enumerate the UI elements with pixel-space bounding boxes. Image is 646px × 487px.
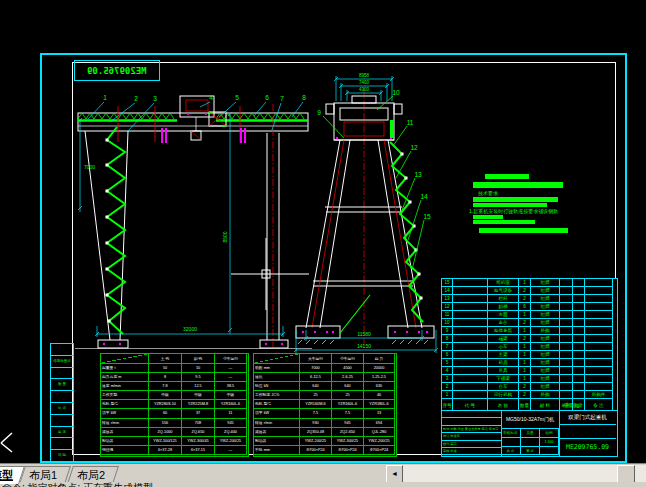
cell xyxy=(585,367,613,375)
mirrored-title-box: ME209765.09 xyxy=(74,60,160,81)
cell: 1:100 xyxy=(540,438,559,447)
cell: 制动器 xyxy=(254,437,300,446)
cell: 减速器 xyxy=(101,428,149,437)
cell: 6 xyxy=(519,303,531,311)
spec-b-row: 转速 r/min930945694 xyxy=(254,419,396,428)
titleblock-scale-row: 1:100 xyxy=(501,438,559,447)
cell: 组焊 xyxy=(531,295,560,303)
margin-row: 签 字 xyxy=(51,427,73,439)
cell: 630 xyxy=(364,382,395,391)
titleblock-scale-row: 阶段标记质量比例 xyxy=(501,429,559,438)
cell xyxy=(51,368,73,379)
cell xyxy=(560,343,573,351)
svg-text:10: 10 xyxy=(392,89,400,96)
cell: 6×37-28 xyxy=(149,446,182,455)
cell: ZQ2-650 xyxy=(332,428,364,437)
cell: 栏杆 xyxy=(488,295,519,303)
cell: 标 记 xyxy=(51,403,73,414)
cell: 支腿 xyxy=(488,311,519,319)
note-bar xyxy=(473,220,535,224)
cell: 组焊 xyxy=(531,319,560,327)
cell: 2 xyxy=(519,391,531,399)
cell: 第 张 xyxy=(521,447,540,456)
cell: 起升高度 m xyxy=(101,373,149,382)
product-name: 双梁门式起重机 xyxy=(559,411,616,425)
note-bar xyxy=(485,174,529,179)
spec-a-col: 副 钩 xyxy=(182,354,215,364)
note-bar xyxy=(473,215,503,219)
cell: 640 xyxy=(300,382,332,391)
cell xyxy=(573,375,585,383)
cell: 5 xyxy=(442,359,453,367)
ucs-icon xyxy=(1,433,12,452)
bom-row: 11支腿1组焊 xyxy=(442,311,617,319)
cell: 共 张 xyxy=(501,447,521,456)
cell xyxy=(453,359,488,367)
cell: 25 xyxy=(332,391,364,400)
cell xyxy=(573,391,585,399)
svg-text:1: 1 xyxy=(103,94,107,101)
cell: 12.5 xyxy=(182,382,215,391)
titleblock-sign-row xyxy=(442,411,501,418)
cell: 中级 xyxy=(182,391,215,400)
cell xyxy=(585,327,613,335)
cell: 945 xyxy=(215,419,247,428)
horizontal-scrollbar[interactable]: ◄ xyxy=(386,465,646,482)
spec-a-row: 工作类型中级中级中级 xyxy=(101,391,248,400)
bom-row: 13栏杆2组焊 xyxy=(442,295,617,303)
spec-b-corner xyxy=(254,354,300,364)
cell xyxy=(573,327,585,335)
titleblock-sign-row: 校对 审定 xyxy=(442,441,501,448)
drawing-number: ME209765.09 xyxy=(559,439,616,456)
cell: 机房 xyxy=(488,359,519,367)
spec-b-row: 电机 型号YZR160M-6YZR160L-6YZR180L-6 xyxy=(254,400,396,409)
svg-text:14: 14 xyxy=(420,193,428,200)
cell: YZR180L-6 xyxy=(364,400,395,409)
cell: 台车 xyxy=(488,383,519,391)
spec-a-row: 钢丝绳6×37-286×37-15— xyxy=(101,446,248,455)
cable-reel xyxy=(209,112,226,126)
margin-revision-strip: 借用件登记数 量标 记签 字日 期 xyxy=(50,343,74,464)
svg-text:7000: 7000 xyxy=(84,164,95,170)
spec-b-row: 轨距 mm7000450020000 xyxy=(254,364,396,373)
note-bar xyxy=(473,182,563,188)
cell xyxy=(585,319,613,327)
cell: 2 xyxy=(519,383,531,391)
cell xyxy=(573,343,585,351)
cell: 组焊 xyxy=(531,383,560,391)
svg-text:14150: 14150 xyxy=(357,343,371,349)
cell: 8 xyxy=(442,335,453,343)
cad-window: 1 2 3 4 5 6 7 8 7000 8500 xyxy=(0,0,646,487)
bom-row: 10走台2组焊 xyxy=(442,319,617,327)
cell: YWZ-300/25 xyxy=(332,437,364,446)
svg-text:8500: 8500 xyxy=(222,231,228,242)
margin-row xyxy=(51,344,73,356)
cell xyxy=(560,351,573,359)
svg-text:9: 9 xyxy=(317,109,321,116)
cell xyxy=(51,415,73,426)
command-line-strip[interactable]: 命令: 指定对角点: 正在重生成模型 xyxy=(0,482,646,487)
cell: 640 xyxy=(332,382,364,391)
svg-text:2: 2 xyxy=(134,95,138,102)
cell xyxy=(585,311,613,319)
cell xyxy=(521,438,540,447)
cell xyxy=(560,295,573,303)
cell: 组焊 xyxy=(531,335,560,343)
cell: YWZ-300/45 xyxy=(182,437,215,446)
cell: 电气设备 xyxy=(488,287,519,295)
cell: ZQ-400 xyxy=(215,428,247,437)
cell: YZR225M-8 xyxy=(182,400,215,409)
front-right-leg xyxy=(260,104,288,348)
margin-row: 日 期 xyxy=(51,450,73,462)
cell: 组焊 xyxy=(531,375,560,383)
cell xyxy=(585,295,613,303)
cell: YZR280S-10 xyxy=(149,400,182,409)
side-top-dim-texts: 8958 7400 4300 xyxy=(359,73,370,92)
cell: 比例 xyxy=(540,429,559,438)
cell: 1.25-2.5 xyxy=(364,373,395,382)
cell: 减速器 xyxy=(254,428,300,437)
cell: 50 xyxy=(149,364,182,373)
spec-b-row: 制动器YWZ-200/25YWZ-300/25YWZ-200/25 xyxy=(254,437,396,446)
cell: 走台 xyxy=(488,319,519,327)
cell: Φ700×P24 xyxy=(332,446,364,455)
